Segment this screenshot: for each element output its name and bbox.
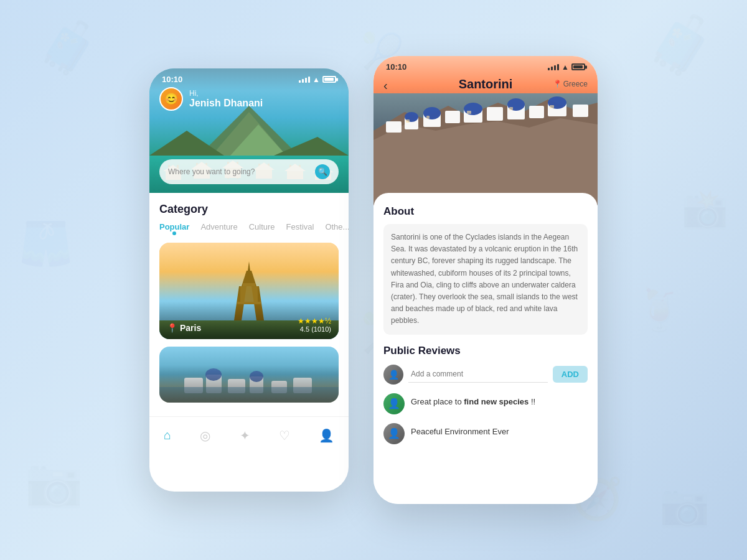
phone-left: 10:10 ▲ 😊 Hi, (149, 68, 349, 492)
svg-rect-62 (487, 107, 503, 121)
svg-point-61 (464, 103, 482, 115)
about-title: About (383, 205, 588, 218)
back-button[interactable]: ‹ (383, 78, 388, 93)
user-greeting: 😊 Hi, Jenish Dhanani (159, 87, 263, 111)
right-status-bar: 10:10 ▲ (374, 56, 598, 74)
phones-container: 10:10 ▲ 😊 Hi, (0, 0, 747, 560)
left-hero-image: 10:10 ▲ 😊 Hi, (149, 68, 349, 193)
paris-rating-text: 4.5 (1010) (298, 325, 331, 333)
category-title: Category (159, 203, 339, 216)
right-status-icons: ▲ (548, 63, 585, 72)
tab-culture[interactable]: Culture (249, 222, 275, 234)
add-comment-button[interactable]: ADD (553, 366, 588, 383)
review-item-2: 👤 Peaceful Environment Ever (383, 423, 588, 444)
paris-stars: ★★★★½ (298, 317, 331, 325)
nav-profile[interactable]: 👤 (311, 426, 342, 446)
country-name: Greece (563, 80, 588, 88)
nav-favorites[interactable]: ♡ (271, 426, 298, 446)
svg-rect-73 (550, 105, 554, 108)
reviewer-avatar-2: 👤 (383, 423, 405, 444)
reviews-title: Public Reviews (383, 345, 588, 357)
svg-rect-71 (467, 111, 471, 114)
tab-festival[interactable]: Festival (286, 222, 314, 234)
review-item-1: 👤 Great place to find new species !! (383, 393, 588, 414)
svg-rect-59 (445, 111, 460, 123)
user-avatar: 😊 (159, 87, 183, 111)
paris-location: 📍 Paris (167, 323, 201, 333)
battery-icon (322, 76, 336, 83)
nav-explore[interactable]: ✦ (232, 426, 258, 446)
paris-rating: ★★★★½ 4.5 (1010) (298, 317, 331, 333)
greeting-name: Jenish Dhanani (189, 98, 263, 109)
left-status-bar: 10:10 ▲ (149, 68, 349, 86)
detail-content: About Santorini is one of the Cyclades i… (374, 193, 598, 504)
place-country: 📍 Greece (553, 80, 588, 88)
review-text-1: Great place to find new species !! (411, 393, 535, 406)
svg-marker-53 (374, 118, 598, 205)
comment-input[interactable] (408, 366, 548, 383)
svg-rect-65 (529, 106, 544, 118)
place-title-header: Santorini (459, 77, 513, 91)
wifi-icon: ▲ (312, 75, 320, 84)
signal-icon (299, 77, 310, 83)
greeting-hi: Hi, (189, 89, 263, 98)
svg-rect-35 (240, 286, 258, 302)
santorini-card-left[interactable] (159, 347, 339, 403)
signal-icon-right (548, 64, 559, 70)
greeting-text: Hi, Jenish Dhanani (189, 89, 263, 109)
search-icon[interactable]: 🔍 (315, 164, 330, 179)
tab-popular[interactable]: Popular (159, 222, 189, 234)
battery-icon-right (571, 63, 585, 70)
search-placeholder: Where you want to going? (168, 167, 255, 176)
svg-rect-72 (509, 107, 513, 110)
svg-point-58 (423, 107, 441, 119)
category-section: Category Popular Adventure Culture Festi… (149, 193, 349, 416)
svg-rect-54 (386, 121, 402, 133)
search-bar[interactable]: Where you want to going? 🔍 (159, 159, 339, 184)
svg-rect-68 (573, 105, 588, 117)
country-pin-icon: 📍 (553, 80, 562, 88)
nav-location[interactable]: ◎ (192, 426, 218, 446)
comment-input-row: 👤 ADD (383, 365, 588, 385)
tab-other[interactable]: Othe... (325, 222, 349, 234)
svg-rect-70 (426, 116, 430, 119)
right-time: 10:10 (386, 62, 406, 72)
review-text-2: Peaceful Environment Ever (411, 423, 509, 436)
left-status-icons: ▲ (299, 75, 336, 84)
santorini-gradient (159, 365, 339, 403)
location-pin-icon: 📍 (167, 323, 177, 333)
right-hero-image: 10:10 ▲ ‹ Santorini (374, 56, 598, 205)
category-tabs: Popular Adventure Culture Festival Othe.… (159, 222, 339, 234)
left-time: 10:10 (162, 75, 182, 84)
comment-user-avatar: 👤 (383, 365, 403, 385)
paris-card[interactable]: 📍 Paris ★★★★½ 4.5 (1010) (159, 243, 339, 339)
wifi-icon-right: ▲ (561, 63, 569, 72)
bottom-nav: ⌂ ◎ ✦ ♡ 👤 (149, 416, 349, 454)
about-text: Santorini is one of the Cyclades islands… (383, 224, 588, 335)
phone-right: 10:10 ▲ ‹ Santorini (374, 56, 598, 504)
svg-rect-39 (243, 283, 255, 286)
nav-home[interactable]: ⌂ (156, 426, 179, 445)
tab-adventure[interactable]: Adventure (200, 222, 237, 234)
reviewer-avatar-1: 👤 (383, 393, 405, 414)
svg-rect-69 (406, 119, 410, 123)
